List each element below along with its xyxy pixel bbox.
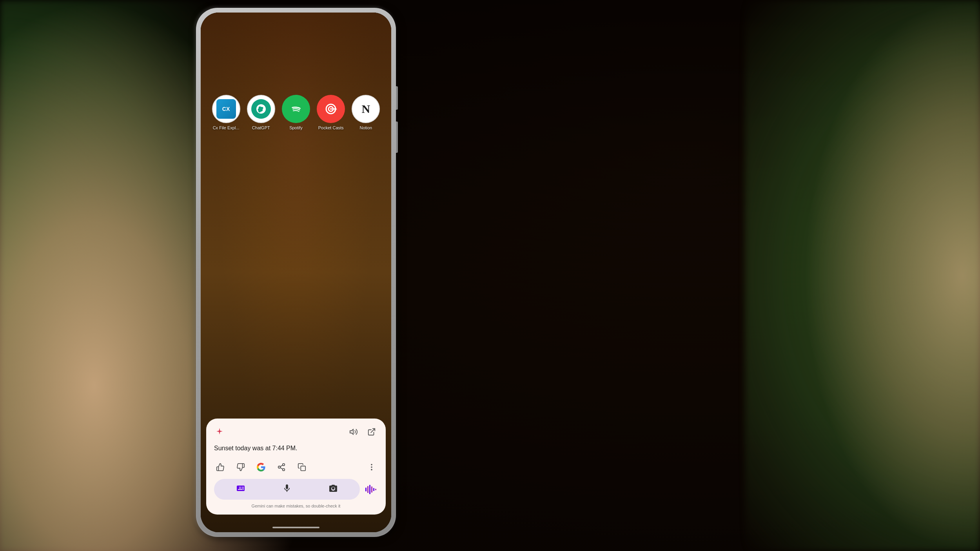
svg-rect-12	[301, 466, 305, 471]
gemini-header-actions	[347, 426, 378, 438]
chatgpt-app-label: ChatGPT	[252, 125, 270, 130]
svg-rect-19	[371, 486, 372, 493]
app-icon-pocket-casts[interactable]: Pocket Casts	[317, 95, 345, 130]
chatgpt-icon-inner	[251, 99, 271, 119]
gemini-card: Sunset today was at 7:44 PM.	[206, 419, 386, 515]
gemini-spark-icon	[214, 426, 225, 437]
app-icon-chatgpt[interactable]: ChatGPT	[247, 95, 275, 130]
app-icon-notion[interactable]: N Notion	[352, 95, 380, 130]
svg-rect-20	[373, 488, 374, 491]
svg-rect-16	[365, 488, 367, 491]
cx-icon-inner: CX	[216, 99, 236, 119]
volume-button	[396, 121, 398, 153]
thumbs-up-button[interactable]	[214, 461, 227, 473]
camera-icon	[328, 484, 338, 493]
app-icon-cx-file-explorer[interactable]: CX Cx File Expl...	[212, 95, 240, 130]
notion-icon-circle: N	[352, 95, 380, 123]
gemini-action-icons-group	[214, 461, 308, 473]
svg-line-10	[280, 468, 283, 469]
app-icons-row: CX Cx File Expl...	[211, 95, 381, 130]
gemini-header	[214, 426, 378, 438]
svg-rect-18	[369, 485, 370, 494]
scene: CX Cx File Expl...	[0, 0, 980, 551]
external-link-button[interactable]	[365, 426, 378, 438]
svg-line-11	[280, 465, 283, 467]
sound-button[interactable]	[347, 426, 360, 438]
soundwave-button[interactable]	[364, 482, 378, 497]
svg-rect-17	[367, 486, 368, 493]
spotify-logo	[287, 100, 305, 118]
camera-button[interactable]	[328, 484, 338, 495]
gemini-input-bar	[214, 479, 378, 500]
pocketcasts-app-label: Pocket Casts	[318, 125, 344, 130]
svg-marker-5	[350, 430, 353, 435]
google-logo-svg	[256, 462, 266, 472]
svg-rect-21	[375, 489, 376, 490]
notion-icon-letter: N	[362, 102, 370, 116]
input-pill[interactable]	[214, 479, 360, 500]
cx-icon-text: CX	[222, 106, 230, 112]
hand-right	[804, 0, 980, 551]
svg-point-13	[371, 464, 372, 466]
microphone-icon	[282, 484, 292, 493]
pocketcasts-icon-circle	[317, 95, 345, 123]
nav-bar-indicator	[272, 527, 319, 528]
soundwave-icon-svg	[364, 483, 377, 496]
app-icon-spotify[interactable]: Spotify	[282, 95, 310, 130]
svg-point-14	[371, 466, 372, 468]
gemini-disclaimer: Gemini can make mistakes, so double-chec…	[214, 504, 378, 508]
keyboard-button[interactable]	[236, 484, 245, 495]
openai-logo	[255, 103, 267, 115]
spotify-app-label: Spotify	[289, 125, 303, 130]
gemini-action-bar	[214, 461, 378, 473]
share-button[interactable]	[275, 461, 288, 473]
google-search-button[interactable]	[255, 461, 267, 473]
gemini-response-text: Sunset today was at 7:44 PM.	[214, 444, 378, 453]
power-button	[396, 86, 398, 110]
svg-point-15	[371, 469, 372, 471]
phone-device: CX Cx File Expl...	[196, 8, 396, 537]
mic-button[interactable]	[282, 484, 292, 495]
phone-screen: CX Cx File Expl...	[201, 13, 391, 532]
notion-app-label: Notion	[359, 125, 372, 130]
more-options-button[interactable]	[365, 461, 378, 473]
thumbs-down-button[interactable]	[234, 461, 247, 473]
cx-app-label: Cx File Expl...	[213, 125, 240, 130]
gemini-logo-svg	[215, 427, 224, 437]
pocketcasts-logo	[321, 99, 341, 119]
cx-icon-circle: CX	[212, 95, 240, 123]
keyboard-icon	[236, 484, 245, 493]
copy-button[interactable]	[296, 461, 308, 473]
svg-line-6	[371, 429, 375, 433]
spotify-icon-circle	[282, 95, 310, 123]
chatgpt-icon-circle	[247, 95, 275, 123]
more-options-icon	[367, 463, 376, 471]
